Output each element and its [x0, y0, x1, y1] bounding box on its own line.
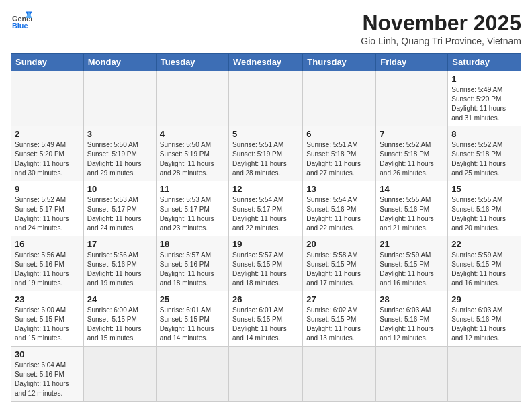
calendar-table: SundayMondayTuesdayWednesdayThursdayFrid… [11, 53, 521, 402]
location-subtitle: Gio Linh, Quang Tri Province, Vietnam [361, 36, 521, 46]
calendar-cell [83, 71, 156, 126]
day-info: Sunrise: 5:50 AMSunset: 5:19 PMDaylight:… [87, 140, 152, 178]
calendar-header-row: SundayMondayTuesdayWednesdayThursdayFrid… [11, 54, 521, 71]
day-info: Sunrise: 5:54 AMSunset: 5:17 PMDaylight:… [232, 195, 299, 233]
calendar-cell: 4Sunrise: 5:50 AMSunset: 5:19 PMDaylight… [156, 126, 228, 181]
day-info: Sunrise: 6:00 AMSunset: 5:15 PMDaylight:… [15, 306, 80, 343]
calendar-week-row: 1Sunrise: 5:49 AMSunset: 5:20 PMDaylight… [11, 71, 521, 126]
column-header-saturday: Saturday [448, 54, 521, 71]
calendar-cell: 17Sunrise: 5:56 AMSunset: 5:16 PMDayligh… [83, 236, 156, 291]
calendar-cell: 10Sunrise: 5:53 AMSunset: 5:17 PMDayligh… [83, 181, 156, 236]
calendar-week-row: 16Sunrise: 5:56 AMSunset: 5:16 PMDayligh… [11, 236, 521, 291]
day-info: Sunrise: 5:51 AMSunset: 5:18 PMDaylight:… [306, 140, 372, 178]
calendar-cell: 5Sunrise: 5:51 AMSunset: 5:19 PMDaylight… [229, 126, 303, 181]
calendar-cell: 21Sunrise: 5:59 AMSunset: 5:15 PMDayligh… [376, 236, 448, 291]
calendar-cell: 1Sunrise: 5:49 AMSunset: 5:20 PMDaylight… [448, 71, 521, 126]
day-number: 20 [306, 239, 372, 249]
day-number: 26 [232, 294, 299, 304]
calendar-cell [156, 347, 228, 402]
day-info: Sunrise: 5:55 AMSunset: 5:16 PMDaylight:… [451, 195, 517, 233]
day-info: Sunrise: 5:52 AMSunset: 5:17 PMDaylight:… [15, 195, 80, 233]
logo: General Blue [11, 11, 32, 30]
calendar-cell: 24Sunrise: 6:00 AMSunset: 5:15 PMDayligh… [83, 291, 156, 347]
day-number: 14 [380, 184, 444, 194]
day-info: Sunrise: 5:50 AMSunset: 5:19 PMDaylight:… [160, 140, 225, 178]
column-header-sunday: Sunday [11, 54, 84, 71]
day-info: Sunrise: 5:56 AMSunset: 5:16 PMDaylight:… [87, 250, 152, 288]
day-number: 2 [15, 129, 80, 139]
calendar-cell: 16Sunrise: 5:56 AMSunset: 5:16 PMDayligh… [11, 236, 84, 291]
day-number: 10 [87, 184, 152, 194]
day-number: 25 [160, 294, 225, 304]
day-info: Sunrise: 6:03 AMSunset: 5:16 PMDaylight:… [451, 306, 517, 343]
calendar-cell: 23Sunrise: 6:00 AMSunset: 5:15 PMDayligh… [11, 291, 84, 347]
logo-icon: General Blue [11, 11, 32, 30]
calendar-cell [229, 71, 303, 126]
calendar-week-row: 30Sunrise: 6:04 AMSunset: 5:16 PMDayligh… [11, 347, 521, 402]
day-number: 5 [232, 129, 299, 139]
svg-text:Blue: Blue [12, 21, 28, 30]
day-info: Sunrise: 5:51 AMSunset: 5:19 PMDaylight:… [232, 140, 299, 178]
day-number: 23 [15, 294, 80, 304]
day-info: Sunrise: 6:00 AMSunset: 5:15 PMDaylight:… [87, 306, 152, 343]
day-info: Sunrise: 6:01 AMSunset: 5:15 PMDaylight:… [160, 306, 225, 343]
day-number: 4 [160, 129, 225, 139]
day-number: 6 [306, 129, 372, 139]
day-number: 30 [15, 349, 80, 359]
day-info: Sunrise: 5:49 AMSunset: 5:20 PMDaylight:… [15, 140, 80, 178]
calendar-cell [11, 71, 84, 126]
calendar-cell: 8Sunrise: 5:52 AMSunset: 5:18 PMDaylight… [448, 126, 521, 181]
day-number: 11 [160, 184, 225, 194]
calendar-cell [83, 347, 156, 402]
column-header-thursday: Thursday [303, 54, 376, 71]
month-year-title: November 2025 [361, 11, 521, 36]
calendar-cell: 22Sunrise: 5:59 AMSunset: 5:15 PMDayligh… [448, 236, 521, 291]
calendar-cell [303, 71, 376, 126]
calendar-cell: 26Sunrise: 6:01 AMSunset: 5:15 PMDayligh… [229, 291, 303, 347]
day-number: 12 [232, 184, 299, 194]
day-number: 29 [451, 294, 517, 304]
day-info: Sunrise: 5:52 AMSunset: 5:18 PMDaylight:… [380, 140, 444, 178]
calendar-week-row: 23Sunrise: 6:00 AMSunset: 5:15 PMDayligh… [11, 291, 521, 347]
day-info: Sunrise: 5:49 AMSunset: 5:20 PMDaylight:… [451, 85, 517, 123]
day-info: Sunrise: 5:52 AMSunset: 5:18 PMDaylight:… [451, 140, 517, 178]
day-info: Sunrise: 5:57 AMSunset: 5:16 PMDaylight:… [160, 250, 225, 288]
calendar-cell: 19Sunrise: 5:57 AMSunset: 5:15 PMDayligh… [229, 236, 303, 291]
day-number: 8 [451, 129, 517, 139]
calendar-cell: 9Sunrise: 5:52 AMSunset: 5:17 PMDaylight… [11, 181, 84, 236]
calendar-cell: 7Sunrise: 5:52 AMSunset: 5:18 PMDaylight… [376, 126, 448, 181]
calendar-cell: 25Sunrise: 6:01 AMSunset: 5:15 PMDayligh… [156, 291, 228, 347]
day-info: Sunrise: 6:04 AMSunset: 5:16 PMDaylight:… [15, 361, 80, 398]
calendar-cell: 6Sunrise: 5:51 AMSunset: 5:18 PMDaylight… [303, 126, 376, 181]
calendar-cell: 11Sunrise: 5:53 AMSunset: 5:17 PMDayligh… [156, 181, 228, 236]
calendar-cell: 13Sunrise: 5:54 AMSunset: 5:16 PMDayligh… [303, 181, 376, 236]
column-header-friday: Friday [376, 54, 448, 71]
day-number: 19 [232, 239, 299, 249]
calendar-cell: 20Sunrise: 5:58 AMSunset: 5:15 PMDayligh… [303, 236, 376, 291]
day-info: Sunrise: 5:53 AMSunset: 5:17 PMDaylight:… [87, 195, 152, 233]
calendar-cell: 28Sunrise: 6:03 AMSunset: 5:16 PMDayligh… [376, 291, 448, 347]
calendar-cell: 2Sunrise: 5:49 AMSunset: 5:20 PMDaylight… [11, 126, 84, 181]
day-number: 17 [87, 239, 152, 249]
calendar-cell [229, 347, 303, 402]
day-number: 28 [380, 294, 444, 304]
calendar-cell [156, 71, 228, 126]
day-number: 15 [451, 184, 517, 194]
calendar-week-row: 2Sunrise: 5:49 AMSunset: 5:20 PMDaylight… [11, 126, 521, 181]
calendar-cell: 14Sunrise: 5:55 AMSunset: 5:16 PMDayligh… [376, 181, 448, 236]
calendar-week-row: 9Sunrise: 5:52 AMSunset: 5:17 PMDaylight… [11, 181, 521, 236]
day-number: 24 [87, 294, 152, 304]
day-number: 27 [306, 294, 372, 304]
day-number: 21 [380, 239, 444, 249]
calendar-cell [448, 347, 521, 402]
calendar-cell [376, 71, 448, 126]
calendar-cell [303, 347, 376, 402]
day-info: Sunrise: 5:53 AMSunset: 5:17 PMDaylight:… [160, 195, 225, 233]
day-info: Sunrise: 6:03 AMSunset: 5:16 PMDaylight:… [380, 306, 444, 343]
calendar-cell: 15Sunrise: 5:55 AMSunset: 5:16 PMDayligh… [448, 181, 521, 236]
day-number: 22 [451, 239, 517, 249]
day-number: 9 [15, 184, 80, 194]
day-info: Sunrise: 5:59 AMSunset: 5:15 PMDaylight:… [380, 250, 444, 288]
day-info: Sunrise: 5:56 AMSunset: 5:16 PMDaylight:… [15, 250, 80, 288]
calendar-cell [376, 347, 448, 402]
